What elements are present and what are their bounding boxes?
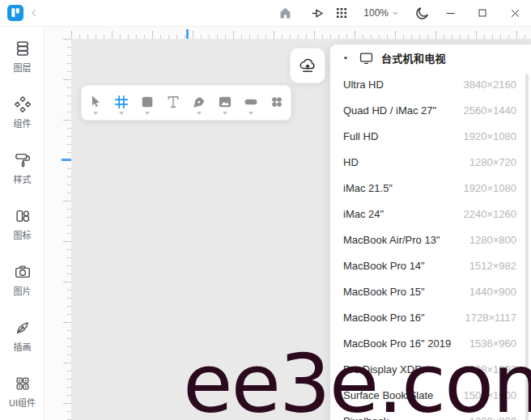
preset-row[interactable]: iMac 21.5" 1920×1080 (330, 175, 531, 201)
illustration-icon (14, 319, 32, 337)
cloud-upload-icon (298, 56, 317, 75)
sidebar-item[interactable]: 样式 (0, 148, 45, 204)
preset-list: Ultra HD 3840×2160 Quad HD / iMac 27" 25… (330, 71, 531, 420)
ruler-label (49, 248, 61, 272)
library-icon (269, 94, 285, 110)
icons-icon (14, 207, 32, 225)
caret-down-icon[interactable] (249, 112, 253, 115)
collapse-caret-icon[interactable] (342, 54, 350, 62)
preset-size: 1440×900 (469, 286, 516, 298)
sidebar-item-label: 组件 (14, 117, 32, 129)
preset-name: MacBook Pro 16" 2019 (343, 337, 451, 350)
ruler-cursor-marker-x (186, 29, 189, 39)
preset-row[interactable]: Ultra HD 3840×2160 (330, 71, 531, 97)
sidebar-item[interactable]: UI组件 (0, 371, 45, 420)
components-icon (14, 95, 32, 113)
preset-name: Quad HD / iMac 27" (343, 104, 436, 117)
preset-row[interactable]: MacBook Pro 14" 1512×982 (330, 252, 531, 278)
caret-down-icon[interactable] (145, 112, 150, 115)
preset-row[interactable]: MacBook Pro 16" 2019 1536×960 (330, 330, 531, 356)
sidebar-item-label: 样式 (14, 172, 32, 185)
preset-row[interactable]: Pixelbook 1200×800 (330, 408, 531, 420)
zoom-level-dropdown[interactable]: 100% (359, 7, 405, 19)
menu-item[interactable] (72, 0, 93, 26)
menu-bar (51, 0, 177, 26)
zoom-level-value: 100% (363, 7, 389, 19)
sidebar-item-label: 插画 (14, 340, 32, 353)
presets-group-header[interactable]: 台式机和电视 (330, 45, 531, 71)
tool-button[interactable] (212, 87, 238, 119)
tool-button[interactable] (134, 87, 160, 119)
preset-row[interactable]: MacBook Pro 16" 1728×1117 (330, 304, 531, 330)
preset-row[interactable]: iMac 24" 2240×1260 (330, 201, 531, 227)
preset-name: MacBook Pro 16" (343, 312, 425, 324)
ruler-cursor-marker-y (62, 159, 71, 161)
cloud-upload-button[interactable] (290, 48, 325, 83)
tool-button[interactable] (264, 87, 290, 119)
window-minimize-button[interactable] (434, 0, 466, 26)
preset-row[interactable]: Quad HD / iMac 27" 2560×1440 (330, 97, 531, 123)
tool-button[interactable] (238, 87, 264, 119)
caret-down-icon[interactable] (197, 112, 202, 115)
ruler-label (49, 167, 61, 191)
preset-size: 1280×800 (469, 234, 516, 246)
preset-name: Pro Display XDR (343, 363, 423, 375)
window-close-button[interactable] (499, 0, 531, 26)
text-tool-icon (165, 94, 181, 110)
sidebar-item[interactable]: 插画 (0, 316, 45, 371)
prototype-play-icon[interactable] (305, 0, 329, 26)
preset-name: MacBook Pro 15" (343, 286, 425, 298)
move-tool-icon (87, 94, 104, 110)
sidebar-item-label: 图标 (14, 228, 32, 241)
pen-tool-icon (191, 94, 207, 110)
sidebar-item[interactable]: 图层 (0, 36, 45, 92)
app-logo[interactable] (7, 5, 23, 21)
preset-size: 1512×982 (469, 260, 516, 272)
sidebar-item[interactable]: 组件 (0, 92, 45, 148)
sidebar-item-label: 图片 (14, 284, 32, 297)
preset-name: Full HD (343, 130, 378, 142)
preset-row[interactable]: Surface Book/Slate 1500×1000 (330, 382, 531, 408)
sidebar-item[interactable]: 图片 (0, 260, 45, 316)
preset-name: iMac 24" (343, 208, 384, 220)
button-tool-icon (243, 94, 259, 110)
theme-moon-icon[interactable] (410, 0, 434, 26)
preset-size: 2240×1260 (464, 208, 516, 220)
preset-name: Ultra HD (343, 78, 384, 91)
caret-down-icon[interactable] (119, 112, 124, 115)
preset-row[interactable]: Full HD 1920×1080 (330, 123, 531, 149)
preset-size: 1536×960 (469, 337, 516, 350)
caret-down-icon[interactable] (223, 112, 227, 115)
monitor-icon (359, 50, 374, 66)
apps-grid-icon[interactable] (329, 0, 354, 26)
preset-row[interactable]: MacBook Air/Pro 13" 1280×800 (330, 227, 531, 252)
tool-button[interactable] (108, 87, 134, 119)
menu-item[interactable] (51, 0, 72, 26)
tool-button[interactable] (160, 87, 186, 119)
home-icon[interactable] (273, 0, 297, 26)
app-logo-glyph (7, 5, 23, 21)
menu-item[interactable] (156, 0, 177, 26)
layers-icon (14, 40, 32, 57)
left-sidebar: 图层 组件 样式 图标 图片 插画 UI组件 (0, 27, 45, 420)
preset-size: 3008×1692 (464, 363, 516, 375)
sidebar-item[interactable]: 图标 (0, 204, 45, 260)
menu-item[interactable] (93, 0, 114, 26)
sidebar-item-label: UI组件 (9, 396, 36, 409)
window-maximize-button[interactable] (466, 0, 499, 26)
menu-item[interactable] (135, 0, 156, 26)
preset-row[interactable]: MacBook Pro 15" 1440×900 (330, 278, 531, 304)
preset-size: 1728×1117 (465, 312, 516, 324)
menu-item[interactable] (114, 0, 135, 26)
preset-row[interactable]: HD 1280×720 (330, 149, 531, 175)
preset-row[interactable]: Pro Display XDR 3008×1692 (330, 356, 531, 382)
tool-button[interactable] (186, 87, 212, 119)
panel-scrollbar[interactable] (525, 74, 529, 420)
sidebar-item-label: 图层 (14, 61, 32, 74)
caret-down-icon[interactable] (93, 112, 98, 115)
tool-button[interactable] (83, 87, 108, 119)
tools-toolbar (81, 85, 291, 121)
collapse-toolbar-icon[interactable] (23, 7, 45, 19)
preset-size: 2560×1440 (464, 104, 516, 117)
title-bar: 100% (0, 0, 531, 27)
